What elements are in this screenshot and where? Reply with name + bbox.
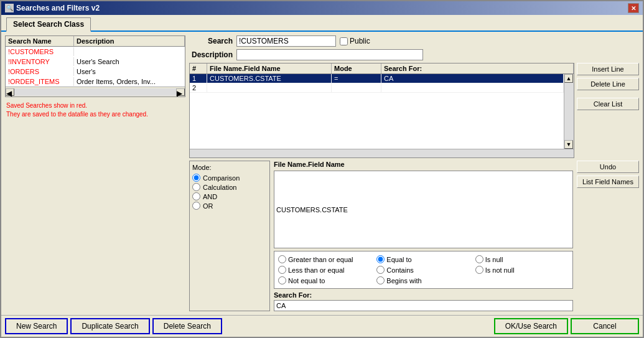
left-panel: Search Name Description !CUSTOMERS !INVE… <box>5 35 185 97</box>
cmp-eq-row: Equal to <box>376 255 470 263</box>
cmp-gte-radio[interactable] <box>278 255 286 263</box>
cmp-neq-row: Not equal to <box>278 276 371 284</box>
insert-line-button[interactable]: Insert Line <box>577 63 639 75</box>
window-icon: 🔍 <box>5 4 14 12</box>
grid-col-num: # <box>190 63 207 73</box>
cmp-begins-label: Begins with <box>386 277 421 284</box>
cmp-notnull-row: Is not null <box>475 266 569 274</box>
search-input[interactable] <box>236 35 336 47</box>
scroll-left-btn[interactable]: ◀ <box>6 88 14 96</box>
desc-label: Description <box>189 50 233 59</box>
tab-select-search-class[interactable]: Select Search Class <box>6 17 91 32</box>
grid-body[interactable]: 1 CUSTOMERS.CSTATE = CA 2 <box>190 74 564 149</box>
cmp-notnull-label: Is not null <box>485 266 515 274</box>
scroll-right-btn[interactable]: ▶ <box>176 88 185 96</box>
list-item[interactable]: !ORDERS User's <box>6 67 185 77</box>
mode-and-radio[interactable] <box>192 192 200 200</box>
mode-or-radio[interactable] <box>192 202 200 210</box>
mode-or-row: OR <box>192 202 267 210</box>
list-item-name: !CUSTOMERS <box>6 47 74 56</box>
hscroll-bar[interactable] <box>14 88 176 96</box>
cmp-null-label: Is null <box>485 256 503 263</box>
field-name-row: File Name.Field Name <box>274 161 573 168</box>
delete-line-button[interactable]: Delete Line <box>577 78 639 90</box>
mode-comparison-radio[interactable] <box>192 174 200 182</box>
cmp-notnull-radio[interactable] <box>475 266 483 274</box>
scroll-down-btn[interactable]: ▼ <box>564 140 573 149</box>
public-checkbox[interactable] <box>340 37 348 45</box>
mode-comparison-row: Comparison <box>192 174 267 182</box>
grid-col-mode: Mode <box>332 63 381 73</box>
public-label: Public <box>350 37 370 45</box>
footer: New Search Duplicate Search Delete Searc… <box>1 315 643 337</box>
search-row: Search Public <box>189 35 639 47</box>
duplicate-search-button[interactable]: Duplicate Search <box>70 318 149 334</box>
title-bar: 🔍 Searches and Filters v2 ✕ <box>1 1 643 15</box>
scroll-up-btn[interactable]: ▲ <box>564 74 573 83</box>
table-row[interactable]: 1 CUSTOMERS.CSTATE = CA <box>190 74 564 83</box>
window-title: Searches and Filters v2 <box>16 4 100 12</box>
mode-calculation-radio[interactable] <box>192 183 200 191</box>
list-item-name: !ORDER_ITEMS <box>6 77 74 86</box>
list-item-desc: Order Items, Orders, Inv... <box>74 77 185 86</box>
mode-calculation-row: Calculation <box>192 183 267 191</box>
right-form: File Name.Field Name Greater than or equ… <box>274 161 573 311</box>
grid-cell-mode: = <box>332 74 381 83</box>
list-item-name: !ORDERS <box>6 67 74 76</box>
undo-list-buttons: Undo List Field Names <box>577 161 639 311</box>
main-content: Search Name Description !CUSTOMERS !INVE… <box>1 32 643 315</box>
undo-button[interactable]: Undo <box>577 161 639 173</box>
cmp-eq-radio[interactable] <box>376 255 385 263</box>
grid-area: # File Name.Field Name Mode Search For: … <box>189 63 639 158</box>
right-panel: Search Public Description # File Name.Fi… <box>189 35 639 311</box>
cancel-button[interactable]: Cancel <box>571 318 639 334</box>
table-row[interactable]: 2 <box>190 83 564 93</box>
vscroll-thumb[interactable] <box>564 83 574 140</box>
grid-cell-search <box>381 83 564 92</box>
ok-use-search-button[interactable]: OK/Use Search <box>494 318 568 334</box>
field-name-label: File Name.Field Name <box>274 161 345 168</box>
cmp-lte-label: Less than or equal <box>288 266 345 274</box>
clear-list-button[interactable]: Clear List <box>577 98 639 110</box>
field-name-input[interactable] <box>274 171 573 248</box>
cmp-contains-label: Contains <box>386 266 413 274</box>
list-item[interactable]: !CUSTOMERS <box>6 47 185 57</box>
new-search-button[interactable]: New Search <box>5 318 68 334</box>
saved-note-line1: Saved Searches show in red. <box>6 101 184 110</box>
list-field-names-button[interactable]: List Field Names <box>577 176 639 188</box>
list-item-name: !INVENTORY <box>6 57 74 66</box>
grid-cell-num: 1 <box>190 74 207 83</box>
grid-vscroll[interactable]: ▲ ▼ <box>564 74 574 149</box>
grid-cell-fname <box>207 83 332 92</box>
cmp-lte-radio[interactable] <box>278 266 286 274</box>
grid-col-fname: File Name.Field Name <box>207 63 332 73</box>
footer-left: New Search Duplicate Search Delete Searc… <box>5 318 222 334</box>
close-button[interactable]: ✕ <box>628 3 639 13</box>
mode-group-title: Mode: <box>192 164 267 171</box>
cmp-begins-row: Begins with <box>376 276 470 284</box>
bottom-form: Mode: Comparison Calculation AND <box>189 161 639 311</box>
comparison-options: Greater than or equal Equal to Is null <box>274 251 573 289</box>
delete-search-button[interactable]: Delete Search <box>152 318 222 334</box>
search-for-input[interactable] <box>274 300 573 311</box>
left-panel-header: Search Name Description <box>6 36 185 47</box>
list-item-desc: User's <box>74 67 185 76</box>
cmp-neq-radio[interactable] <box>278 276 286 284</box>
grid-header: # File Name.Field Name Mode Search For: <box>190 63 574 74</box>
list-item[interactable]: !ORDER_ITEMS Order Items, Orders, Inv... <box>6 77 185 87</box>
mode-and-row: AND <box>192 192 267 200</box>
grid-cell-search: CA <box>381 74 564 83</box>
cmp-null-radio[interactable] <box>475 255 483 263</box>
cmp-begins-radio[interactable] <box>376 276 385 284</box>
search-list[interactable]: !CUSTOMERS !INVENTORY User's Search !ORD… <box>6 47 185 87</box>
grid-hscroll[interactable] <box>190 149 574 157</box>
search-for-label: Search For: <box>274 291 573 299</box>
search-for-section: Search For: <box>274 291 573 311</box>
title-bar-left: 🔍 Searches and Filters v2 <box>5 4 100 12</box>
cmp-neq-label: Not equal to <box>288 277 325 284</box>
col-search-name-header: Search Name <box>6 36 74 46</box>
mode-calculation-label: Calculation <box>203 184 236 191</box>
cmp-contains-radio[interactable] <box>376 266 385 274</box>
desc-input[interactable] <box>236 49 423 60</box>
list-item[interactable]: !INVENTORY User's Search <box>6 57 185 67</box>
